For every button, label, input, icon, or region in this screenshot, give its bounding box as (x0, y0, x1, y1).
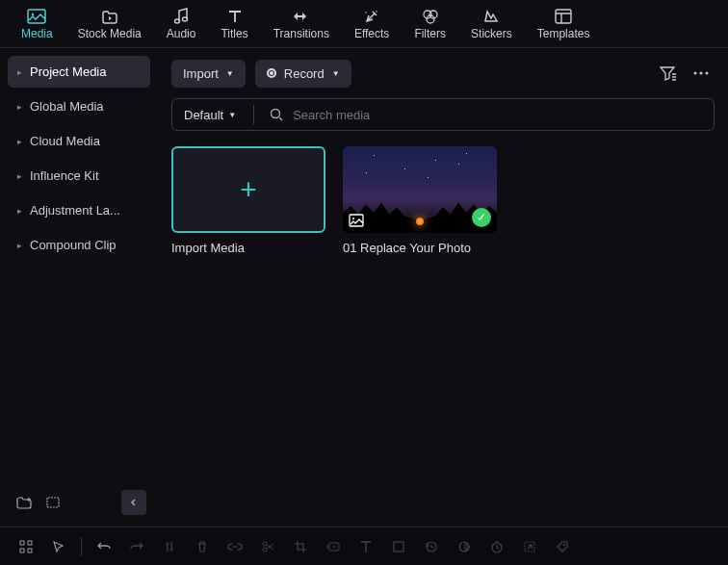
timeline-toolbar (0, 526, 728, 565)
history-button[interactable] (417, 532, 446, 561)
svg-point-22 (263, 548, 267, 552)
top-tabs: Media Stock Media Audio Titles Transitio… (0, 0, 728, 48)
shape-button[interactable] (384, 532, 413, 561)
new-bin-button[interactable] (40, 490, 65, 515)
separator (81, 537, 82, 556)
scissors-button[interactable] (253, 532, 282, 561)
import-media-button[interactable]: + (171, 146, 325, 233)
chevron-right-icon: ▸ (17, 206, 22, 216)
tab-label: Transitions (273, 27, 329, 40)
templates-icon (554, 8, 573, 25)
scale-button[interactable] (515, 532, 544, 561)
tab-label: Effects (354, 27, 389, 40)
media-icon (27, 8, 46, 25)
sidebar-item-adjustment-layer[interactable]: ▸Adjustment La... (8, 194, 150, 226)
svg-point-3 (183, 17, 188, 21)
svg-rect-18 (28, 541, 32, 545)
tab-effects[interactable]: Effects (352, 6, 391, 42)
tab-stock-media[interactable]: Stock Media (76, 6, 143, 42)
tab-transitions[interactable]: Transitions (272, 6, 331, 42)
sidebar-item-cloud-media[interactable]: ▸Cloud Media (8, 125, 150, 157)
import-button[interactable]: Import▼ (171, 60, 246, 88)
sidebar-item-label: Influence Kit (30, 168, 99, 183)
redo-button[interactable] (122, 532, 151, 561)
content-toolbar: Import▼ Record▼ (171, 58, 715, 89)
cursor-icon[interactable] (44, 532, 73, 561)
svg-point-2 (175, 19, 180, 23)
marker-button[interactable] (155, 532, 184, 561)
sidebar-item-label: Compound Clip (30, 238, 117, 252)
tab-label: Titles (221, 27, 247, 40)
filter-button[interactable] (655, 60, 682, 87)
tag-button[interactable] (548, 532, 577, 561)
speed-button[interactable] (319, 532, 348, 561)
filters-icon (421, 8, 440, 25)
stock-icon (100, 8, 119, 25)
svg-point-29 (563, 544, 565, 546)
svg-rect-10 (47, 498, 59, 507)
sort-label: Default (184, 108, 223, 122)
color-button[interactable] (450, 532, 479, 561)
tab-label: Templates (537, 27, 590, 40)
card-label: Import Media (171, 241, 325, 255)
svg-point-5 (365, 12, 367, 13)
import-label: Import (183, 66, 219, 81)
sidebar-item-compound-clip[interactable]: ▸Compound Clip (8, 229, 150, 261)
crop-button[interactable] (286, 532, 315, 561)
tab-label: Filters (414, 27, 446, 40)
transitions-icon (292, 8, 311, 25)
tab-titles[interactable]: Titles (219, 6, 249, 42)
search-input[interactable] (293, 99, 714, 130)
sidebar-item-global-media[interactable]: ▸Global Media (8, 90, 150, 122)
collapse-sidebar-button[interactable] (121, 490, 146, 515)
record-icon (267, 68, 276, 78)
svg-point-11 (694, 72, 697, 75)
import-media-card: + Import Media (171, 146, 325, 255)
content-area: Import▼ Record▼ Default▼ + Import Media (158, 48, 728, 526)
chevron-right-icon: ▸ (17, 102, 22, 112)
chevron-down-icon: ▼ (228, 111, 236, 119)
media-grid: + Import Media ✓ 01 Replace Your Photo (171, 146, 715, 255)
tab-audio[interactable]: Audio (165, 6, 198, 42)
titles-icon (225, 8, 245, 25)
text-button[interactable] (351, 532, 380, 561)
tab-media[interactable]: Media (19, 6, 55, 42)
new-folder-button[interactable] (12, 490, 37, 515)
sidebar-item-influence-kit[interactable]: ▸Influence Kit (8, 160, 150, 192)
timer-button[interactable] (482, 532, 511, 561)
tab-templates[interactable]: Templates (535, 6, 592, 42)
card-label: 01 Replace Your Photo (343, 241, 497, 255)
record-label: Record (284, 66, 325, 81)
svg-point-13 (706, 72, 709, 75)
svg-rect-9 (556, 10, 571, 23)
sidebar: ▸Project Media ▸Global Media ▸Cloud Medi… (0, 48, 158, 526)
more-button[interactable] (688, 60, 715, 87)
svg-point-1 (32, 13, 34, 15)
grid-icon[interactable] (12, 532, 40, 561)
tab-label: Stock Media (78, 27, 142, 40)
svg-point-12 (700, 72, 703, 75)
sidebar-item-project-media[interactable]: ▸Project Media (8, 56, 150, 88)
tab-filters[interactable]: Filters (412, 6, 448, 42)
svg-rect-20 (28, 549, 32, 552)
chevron-right-icon: ▸ (17, 67, 22, 77)
check-badge-icon: ✓ (472, 208, 491, 227)
image-type-icon (349, 214, 364, 227)
record-button[interactable]: Record▼ (255, 60, 351, 88)
delete-button[interactable] (188, 532, 217, 561)
svg-rect-24 (394, 542, 403, 552)
tab-stickers[interactable]: Stickers (469, 6, 514, 42)
separator (253, 105, 254, 124)
svg-rect-19 (20, 549, 24, 552)
media-thumbnail[interactable]: ✓ (343, 146, 497, 233)
chevron-down-icon: ▼ (332, 69, 340, 78)
tab-label: Audio (167, 27, 196, 40)
media-card: ✓ 01 Replace Your Photo (343, 146, 497, 255)
link-button[interactable] (221, 532, 249, 561)
plus-icon: + (240, 173, 257, 206)
svg-point-4 (376, 11, 377, 13)
undo-button[interactable] (90, 532, 118, 561)
thumbnail-artwork (416, 218, 424, 225)
sort-select[interactable]: Default▼ (172, 99, 247, 130)
chevron-down-icon: ▼ (226, 69, 234, 78)
